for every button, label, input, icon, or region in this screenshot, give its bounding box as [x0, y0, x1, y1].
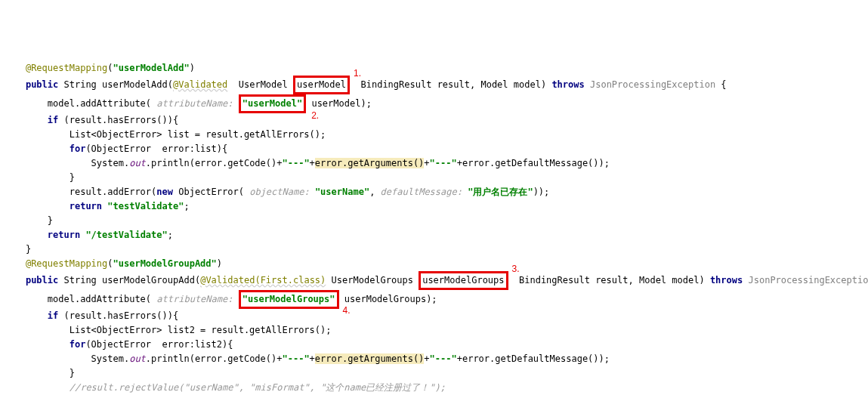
exception-type: JsonProcessingException	[590, 79, 715, 90]
variable: userModelGroups	[344, 294, 426, 304]
statement: List<ObjectError> list = result.getAllEr…	[70, 129, 326, 140]
keyword-public: public	[26, 275, 58, 285]
system: System.	[91, 158, 130, 168]
type-usermodel: UserModel	[239, 79, 288, 90]
getdefault: error.getDefaultMessage());	[462, 353, 610, 364]
plus: +	[457, 158, 462, 168]
param-result: BindingResult result,	[519, 275, 634, 285]
string-literal: "---"	[282, 353, 309, 364]
annotation-validated: @Validated	[173, 79, 227, 90]
keyword-new: new	[156, 187, 173, 197]
system: System.	[91, 353, 130, 364]
param-hint: attributeName:	[156, 294, 233, 304]
string-literal: "userModelAdd"	[113, 63, 190, 73]
type-string: String	[64, 275, 97, 285]
keyword-return: return	[70, 201, 102, 211]
method-name: userModelAdd	[102, 79, 168, 90]
string-literal: "---"	[282, 158, 309, 168]
string-literal: "userName"	[315, 187, 369, 197]
highlight-box-4: "userModelGroups"4.	[239, 290, 339, 309]
param-usermodel: userModel	[297, 79, 346, 90]
param-model: Model model	[639, 275, 699, 285]
string-literal: "---"	[430, 353, 457, 364]
param-hint: objectName:	[249, 187, 309, 197]
variable: userModel	[311, 98, 360, 109]
param-model: Model model	[480, 79, 540, 90]
plus: +	[457, 353, 462, 364]
keyword-return: return	[48, 230, 80, 240]
string-literal: "userModelGroupAdd"	[113, 258, 217, 269]
getdefault: error.getDefaultMessage());	[462, 158, 610, 168]
keyword-for: for	[70, 143, 86, 154]
warn-getargs: error.getArguments()	[315, 353, 425, 364]
for-condition: (ObjectError error:list2){	[85, 339, 233, 350]
code-editor[interactable]: @RequestMapping("userModelAdd") public S…	[4, 61, 864, 395]
highlight-box-1: userModel1.	[293, 76, 350, 94]
string-literal: "testValidate"	[107, 201, 184, 211]
method-call: model.addAttribute(	[48, 98, 151, 109]
keyword-throws: throws	[710, 275, 743, 285]
param-result: BindingResult result,	[360, 79, 475, 90]
red-label-2: 2.	[311, 109, 319, 123]
plus: +	[310, 158, 315, 168]
string-literal: "userModelGroups"	[242, 294, 335, 304]
plus: +	[310, 353, 315, 364]
plus: +	[424, 353, 429, 364]
annotation-validated-first: @Validated(First.class)	[200, 275, 326, 285]
red-label-1: 1.	[354, 66, 361, 81]
out-field: out	[129, 158, 146, 168]
method-call: model.addAttribute(	[48, 294, 151, 304]
string-literal: "用户名已存在"	[468, 187, 533, 197]
plus: +	[424, 158, 429, 168]
keyword-public: public	[26, 79, 58, 90]
param-usermodelgroups: userModelGroups	[422, 275, 504, 285]
exception-type: JsonProcessingException	[748, 275, 868, 285]
highlight-box-2: "userModel"2.	[239, 94, 306, 113]
highlight-box-3: userModelGroups3.	[419, 271, 508, 290]
println-call: .println(error.getCode()+	[146, 353, 283, 364]
param-hint: attributeName:	[156, 98, 233, 109]
statement: List<ObjectError> list2 = result.getAllE…	[70, 325, 332, 335]
string-literal: "userModel"	[242, 98, 302, 109]
annotation: @RequestMapping	[26, 258, 107, 269]
string-literal: "---"	[430, 158, 457, 168]
string-literal: "/testValidate"	[85, 230, 167, 240]
out-field: out	[129, 353, 146, 364]
println-call: .println(error.getCode()+	[146, 158, 283, 168]
adderror-call: result.addError(	[70, 187, 157, 197]
type-string: String	[64, 79, 97, 90]
condition: (result.hasErrors()){	[63, 115, 178, 125]
keyword-throws: throws	[551, 79, 584, 90]
type-usermodelgroups: UserModelGroups	[332, 275, 413, 285]
objerror: ObjectError(	[178, 187, 244, 197]
annotation: @RequestMapping	[26, 63, 107, 73]
method-name: userModelGroupAdd	[102, 275, 195, 285]
keyword-if: if	[48, 310, 58, 321]
comment: //result.rejectValue("userName", "misFor…	[70, 382, 446, 393]
red-label-4: 4.	[343, 304, 351, 318]
warn-getargs: error.getArguments()	[315, 158, 425, 168]
keyword-for: for	[70, 339, 86, 350]
condition: (result.hasErrors()){	[63, 310, 178, 321]
param-hint: defaultMessage:	[381, 187, 462, 197]
keyword-if: if	[48, 115, 58, 125]
red-label-3: 3.	[512, 262, 520, 276]
for-condition: (ObjectError error:list){	[85, 143, 227, 154]
